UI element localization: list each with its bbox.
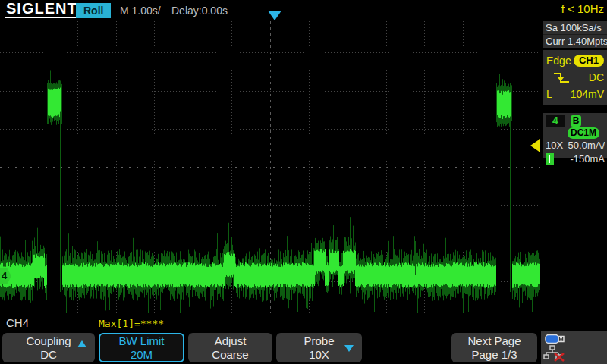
trigger-source-badge: CH1 — [574, 55, 604, 67]
coupling-button[interactable]: Coupling DC — [2, 333, 95, 362]
up-arrow-icon — [77, 340, 86, 347]
trigger-level-value: 104mV — [571, 86, 604, 102]
lan-disconnected-icon — [543, 345, 566, 362]
waveform-display — [0, 21, 540, 313]
channel-number-badge: 4 — [546, 115, 565, 127]
adjust-button-value: Coarse — [188, 348, 272, 362]
timebase-readout: M 1.00s/ — [120, 5, 161, 17]
next-page-button-value: Page 1/3 — [451, 348, 537, 362]
adjust-button[interactable]: Adjust Coarse — [188, 333, 272, 362]
bandwidth-limit-badge: B — [571, 115, 581, 127]
current-unit-icon — [546, 153, 554, 165]
down-arrow-icon — [344, 345, 354, 352]
coupling-button-value: DC — [2, 348, 95, 362]
right-sidebar: Sa 100kSa/s Curr 1.40Mpts Edge CH1 DC L — [542, 21, 607, 331]
measurement-readout: Max[1]=**** — [99, 318, 164, 329]
bw-limit-button-value: 20M — [100, 348, 183, 362]
softkey-menu: Coupling DC BW Limit 20M Adjust Coarse P… — [0, 331, 607, 364]
top-status-bar: SIGLENT Roll M 1.00s/ Delay:0.00s f < 10… — [0, 0, 607, 21]
acquisition-mode-badge: Roll — [76, 3, 111, 18]
connectivity-status-panel — [541, 331, 607, 364]
next-page-button-label: Next Page — [451, 334, 537, 348]
siglent-logo: SIGLENT — [5, 1, 79, 18]
active-channel-label: CH4 — [6, 316, 29, 329]
trigger-position-icon[interactable] — [268, 11, 281, 20]
memory-depth: Curr 1.40Mpts — [543, 35, 607, 48]
trigger-coupling: DC — [589, 69, 604, 86]
delay-readout: Delay:0.00s — [171, 5, 228, 17]
status-row: CH4 Max[1]=**** — [0, 313, 540, 331]
channel-4-info[interactable]: 4 B DC1M 10X 50.0mA/ -150mA — [543, 113, 607, 158]
vertical-offset: -150mA — [570, 152, 605, 166]
adjust-button-label: Adjust — [188, 334, 272, 348]
trigger-level-icon[interactable] — [530, 139, 540, 152]
bw-limit-button[interactable]: BW Limit 20M — [99, 333, 184, 362]
trigger-type: Edge — [546, 52, 571, 69]
bw-limit-button-label: BW Limit — [100, 334, 183, 348]
sample-rate: Sa 100kSa/s — [543, 21, 607, 35]
oscilloscope-screen: SIGLENT Roll M 1.00s/ Delay:0.00s f < 10… — [0, 0, 607, 364]
acquisition-info: Sa 100kSa/s Curr 1.40Mpts — [543, 21, 607, 48]
next-page-button[interactable]: Next Page Page 1/3 — [451, 333, 537, 362]
frequency-counter: f < 10Hz — [561, 2, 604, 15]
trigger-level-label: L — [546, 86, 552, 102]
probe-button[interactable]: Probe 10X — [276, 333, 362, 362]
usb-icon — [545, 334, 568, 344]
trigger-info: Edge CH1 DC L 104mV — [543, 50, 607, 105]
